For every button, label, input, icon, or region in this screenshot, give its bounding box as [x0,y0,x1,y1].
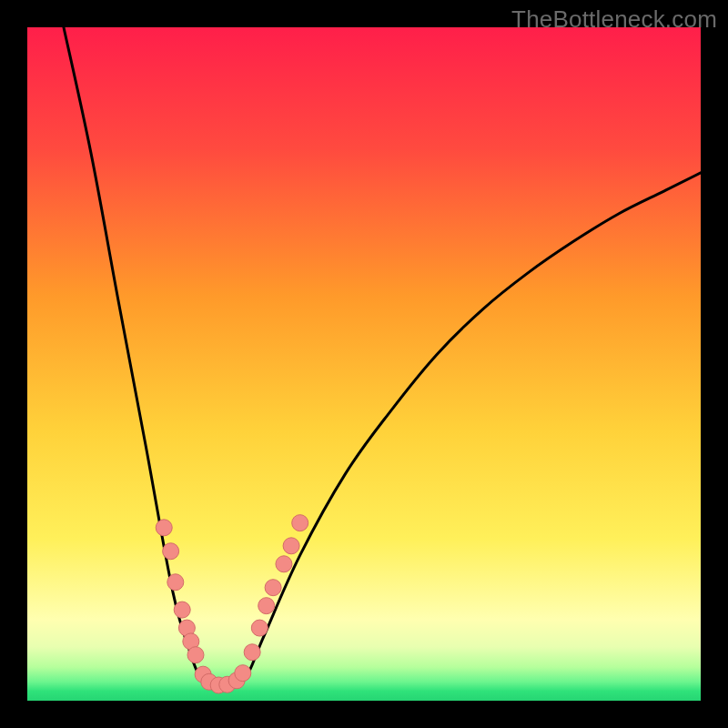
data-dot [258,598,275,614]
chart-frame: TheBottleneck.com [0,0,728,728]
data-dot [187,647,204,663]
data-dot [251,620,268,636]
data-dot [283,538,299,554]
data-dot [244,644,260,661]
plot-area [27,27,701,701]
data-dot [167,574,184,591]
data-dot [156,520,172,536]
chart-curve-svg [27,27,701,701]
data-dot [174,602,190,618]
data-dot [292,515,308,531]
data-dot [265,580,281,596]
curve-left [64,27,228,688]
data-dot [235,665,251,682]
data-dot [163,543,179,560]
curve-right [228,173,701,687]
data-dot [276,556,292,572]
watermark: TheBottleneck.com [511,5,717,34]
